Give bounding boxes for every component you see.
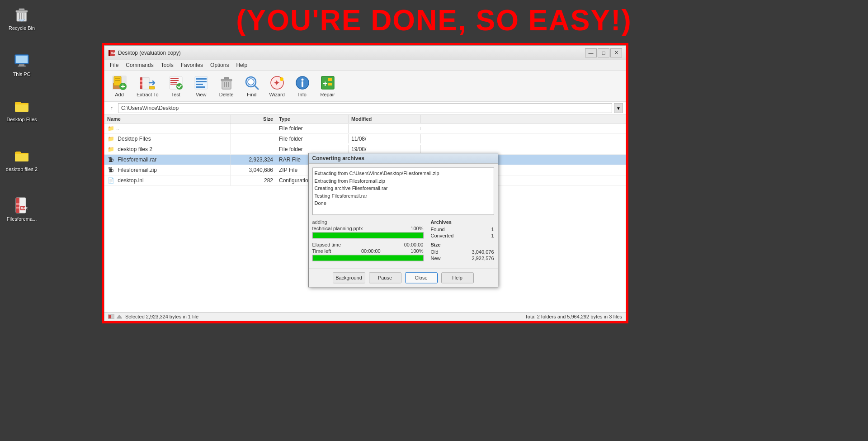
log-line-3: Testing Filesforemail.rar	[315, 192, 492, 200]
dialog-body: Extracting from C:\Users\Vince\Desktop\F…	[309, 164, 498, 268]
old-label: Old	[431, 249, 439, 255]
svg-rect-7	[16, 56, 28, 63]
window-outer-border: RAR Desktop (evaluation copy) — □ ✕ File…	[102, 43, 628, 323]
rar-file-icon: RAR	[13, 196, 31, 214]
view-button[interactable]: View	[189, 72, 213, 100]
add-button[interactable]: Add	[107, 72, 132, 100]
extract-to-label: Extract To	[137, 92, 159, 97]
svg-rect-36	[170, 84, 177, 85]
wizard-icon: ✦	[269, 75, 285, 91]
view-icon	[193, 75, 209, 91]
old-value: 3,040,076	[472, 249, 494, 255]
maximize-button[interactable]: □	[598, 48, 609, 57]
desktop-icon-filesforemail[interactable]: RAR Filesforema...	[4, 194, 40, 223]
menu-help[interactable]: Help	[232, 61, 251, 69]
adding-label: adding	[312, 219, 424, 225]
svg-rect-41	[196, 84, 203, 85]
found-label: Found	[431, 227, 445, 232]
desktop-icon-desktop-files[interactable]: Desktop FIles	[4, 95, 40, 124]
extract-to-button[interactable]: Extract To	[132, 72, 163, 100]
progress-right: Archives Found 1 Converted 1 Size	[431, 219, 494, 265]
log-line-0: Extracting from C:\Users\Vince\Desktop\F…	[315, 170, 492, 177]
address-dropdown[interactable]: ▼	[614, 103, 623, 113]
status-icons	[108, 314, 123, 319]
help-button[interactable]: Help	[441, 272, 474, 283]
file-progress-fill	[313, 232, 423, 238]
close-button[interactable]: ✕	[610, 48, 622, 57]
wizard-label: Wizard	[269, 92, 285, 97]
svg-rect-23	[115, 80, 120, 81]
overall-progress-bar	[312, 255, 424, 261]
svg-text:RAR: RAR	[21, 207, 28, 210]
status-right-text: Total 2 folders and 5,964,292 bytes in 3…	[525, 314, 622, 319]
svg-rect-26	[123, 85, 123, 88]
status-left-text: Selected 2,923,324 bytes in 1 file	[125, 314, 198, 319]
find-button[interactable]: Find	[240, 72, 264, 100]
svg-rect-30	[140, 84, 142, 85]
page-heading: (YOU'RE DONE, SO EASY!)	[0, 4, 868, 37]
pause-button[interactable]: Pause	[369, 272, 401, 283]
log-area: Extracting from C:\Users\Vince\Desktop\F…	[312, 167, 494, 215]
filesforemail-label: Filesforema...	[7, 216, 37, 222]
close-dialog-button[interactable]: Close	[405, 272, 438, 283]
menu-commands[interactable]: Commands	[122, 61, 157, 69]
menu-tools[interactable]: Tools	[157, 61, 177, 69]
computer-icon	[13, 52, 31, 70]
file-row[interactable]: 📁.. File folder	[104, 123, 626, 134]
found-row: Found 1	[431, 227, 494, 232]
file-name: 📄 desktop.ini	[104, 175, 231, 185]
view-label: View	[196, 92, 207, 97]
file-name: 📁..	[104, 123, 231, 133]
back-button[interactable]: ↑	[107, 104, 116, 113]
winrar-title-icon: RAR	[108, 49, 115, 57]
desktop-icon-desktop-files-2[interactable]: desktop files 2	[4, 145, 40, 174]
overall-progress-fill	[313, 255, 423, 261]
old-size-row: Old 3,040,076	[431, 249, 494, 255]
folder-icon	[13, 97, 31, 115]
status-icon-2	[116, 314, 123, 319]
minimize-button[interactable]: —	[585, 48, 597, 57]
file-row[interactable]: 📁 Desktop FIles File folder 11/08/	[104, 134, 626, 144]
delete-icon	[218, 75, 235, 91]
file-modified	[349, 127, 421, 130]
converted-row: Converted 1	[431, 233, 494, 238]
file-list-header: Name Size Type Modified	[104, 115, 626, 123]
elapsed-value: 00:00:00	[404, 242, 424, 247]
menu-file[interactable]: File	[106, 61, 122, 69]
info-icon	[294, 75, 311, 91]
new-size-row: New 2,922,576	[431, 256, 494, 261]
progress-left: adding technical planning.pptx 100% Elap…	[312, 219, 424, 265]
svg-rect-42	[196, 86, 205, 88]
menu-favorites[interactable]: Favorites	[177, 61, 207, 69]
background-button[interactable]: Background	[333, 272, 365, 283]
desktop-icon-this-pc[interactable]: This PC	[4, 50, 40, 79]
timeleft-row: Time left 00:00:00 100%	[312, 248, 424, 254]
repair-button[interactable]: + Repair	[316, 72, 340, 100]
test-button[interactable]: Test	[164, 72, 188, 100]
file-list: Name Size Type Modified 📁.. File folder …	[104, 115, 626, 312]
col-size: Size	[231, 115, 276, 123]
svg-rect-29	[140, 80, 142, 82]
svg-rect-12	[16, 203, 19, 205]
dialog-buttons: Background Pause Close Help	[309, 268, 498, 287]
rar-icon-sm: 🗜	[107, 156, 114, 163]
address-bar: ↑ ▼	[104, 102, 626, 115]
file-size: 3,040,686	[231, 166, 276, 175]
address-input[interactable]	[118, 103, 612, 113]
info-button[interactable]: Info	[290, 72, 315, 100]
folder-icon-sm: 📁	[107, 135, 114, 142]
size-title: Size	[431, 242, 494, 247]
new-label: New	[431, 256, 441, 261]
file-size: 282	[231, 176, 276, 185]
title-bar-controls: — □ ✕	[585, 48, 622, 57]
new-value: 2,922,576	[472, 256, 494, 261]
wizard-button[interactable]: ✦ Wizard	[265, 72, 289, 100]
svg-rect-17	[108, 50, 110, 56]
folder-icon-sm: 📁	[107, 146, 114, 153]
repair-label: Repair	[321, 92, 335, 97]
menu-options[interactable]: Options	[207, 61, 232, 69]
timeleft-value: 00:00:00	[361, 248, 381, 254]
file-modified: 19/08/	[349, 145, 421, 154]
log-line-4: Done	[315, 199, 492, 207]
delete-button[interactable]: Delete	[214, 72, 239, 100]
